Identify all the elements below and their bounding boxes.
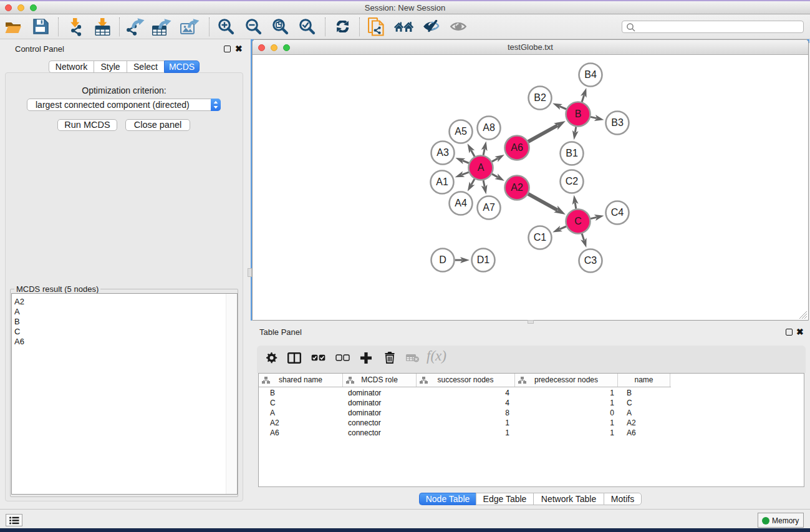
svg-text:A7: A7 xyxy=(483,202,495,213)
svg-text:A1: A1 xyxy=(436,177,448,187)
svg-text:D: D xyxy=(439,254,446,265)
svg-text:B3: B3 xyxy=(611,117,624,128)
svg-text:D1: D1 xyxy=(477,254,490,265)
svg-text:A5: A5 xyxy=(455,126,467,137)
svg-text:A4: A4 xyxy=(455,198,467,208)
svg-text:B2: B2 xyxy=(534,92,546,103)
svg-text:A8: A8 xyxy=(483,122,495,133)
svg-text:C: C xyxy=(574,216,582,226)
svg-text:C2: C2 xyxy=(566,176,579,186)
svg-text:A6: A6 xyxy=(511,142,523,153)
svg-text:B: B xyxy=(575,109,582,119)
svg-text:A3: A3 xyxy=(436,147,449,158)
svg-text:A: A xyxy=(478,162,485,173)
svg-text:C1: C1 xyxy=(534,232,547,243)
svg-text:C3: C3 xyxy=(584,255,597,266)
svg-text:A2: A2 xyxy=(511,182,523,193)
svg-text:C4: C4 xyxy=(611,207,624,218)
svg-text:B1: B1 xyxy=(566,148,578,158)
svg-text:B4: B4 xyxy=(584,69,597,80)
